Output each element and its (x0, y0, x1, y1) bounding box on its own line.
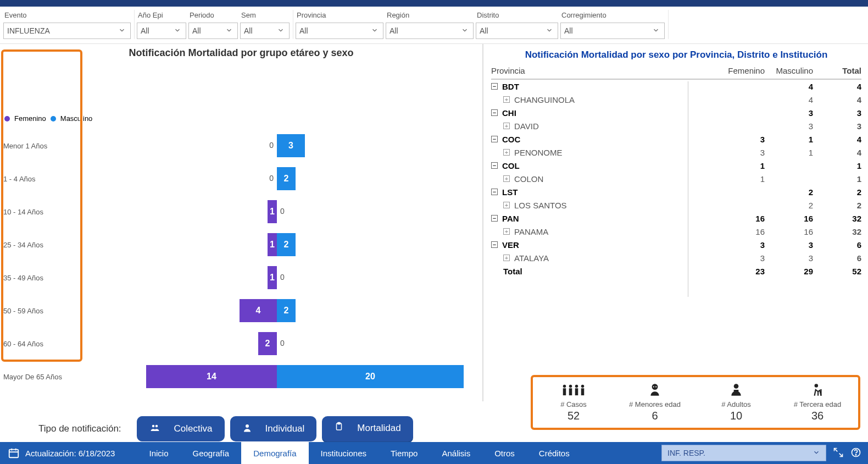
table-header-row: Provincia Femenino Masculino Total (491, 66, 861, 80)
kpi-adultos: # Adultos 10 (695, 377, 777, 428)
table-cell-name: −CHI (491, 108, 716, 118)
tab-creditos[interactable]: Créditos (527, 442, 582, 464)
expand-icon[interactable]: + (503, 255, 510, 261)
tab-tiempo[interactable]: Tiempo (379, 442, 430, 464)
bar-masculino[interactable]: 20 (277, 365, 464, 388)
table-title: Notificación Mortalidad por sexo por Pro… (491, 49, 861, 60)
table-cell-total: 4 (813, 95, 861, 104)
svg-point-11 (581, 385, 585, 388)
chevron-down-icon (813, 449, 820, 458)
table-cell-total: 2 (813, 201, 861, 210)
svg-rect-12 (581, 388, 585, 395)
table-row: +PENONOME314 (491, 146, 861, 159)
table-cell-name: −PAN (491, 214, 716, 223)
table-cell-name: +PANAMA (503, 227, 716, 236)
tab-otros[interactable]: Otros (482, 442, 527, 464)
bar-masculino[interactable]: 2 (277, 299, 296, 322)
pill-mortalidad[interactable]: Mortalidad (322, 416, 413, 441)
chart-category-label: 1 - 4 Años (3, 175, 36, 183)
table-cell-masculino: 2 (765, 201, 813, 210)
filter-distrito[interactable]: All (476, 23, 558, 39)
svg-point-0 (152, 424, 154, 427)
table-cell-masculino: 2 (765, 187, 813, 197)
filter-periodo[interactable]: All (188, 23, 238, 39)
collapse-icon[interactable]: − (491, 162, 498, 169)
bar-masculino[interactable]: 2 (277, 167, 296, 190)
bar-femenino[interactable]: 4 (240, 299, 277, 322)
chart-panel: Notificación Mortalidad por grupo etáreo… (0, 44, 483, 401)
table-cell-femenino: 23 (716, 267, 765, 276)
expand-icon[interactable]: + (503, 149, 510, 156)
table-column-divider (688, 81, 688, 297)
person-icon (242, 423, 252, 435)
notification-type-label: Tipo de notificación: (38, 423, 121, 434)
kpi-casos-value: 52 (567, 410, 580, 422)
th-total: Total (813, 66, 861, 75)
table-cell-total: 3 (813, 108, 861, 118)
tab-analisis[interactable]: Análisis (430, 442, 482, 464)
help-icon[interactable] (850, 447, 861, 460)
footer-dropdown[interactable]: INF. RESP. (661, 445, 826, 461)
filter-corregimiento[interactable]: All (560, 23, 665, 39)
table-row: +COLON11 (491, 172, 861, 185)
filter-region[interactable]: All (386, 23, 474, 39)
filter-sem[interactable]: All (240, 23, 290, 39)
chevron-down-icon (174, 26, 182, 36)
svg-rect-17 (734, 390, 739, 391)
chart-row: 50 - 59 Años42 (0, 296, 478, 325)
collapse-icon[interactable]: − (491, 189, 498, 195)
collapse-icon[interactable]: − (491, 136, 498, 142)
pill-individual-label: Individual (265, 423, 305, 434)
filter-label-ano: Año Epi (138, 11, 183, 19)
maximize-icon[interactable] (833, 447, 844, 460)
collapse-icon[interactable]: − (491, 109, 498, 116)
expand-icon[interactable]: + (503, 202, 510, 208)
table-cell-total: 4 (813, 135, 861, 144)
svg-point-16 (734, 384, 739, 389)
mortality-table: Provincia Femenino Masculino Total −BDT4… (491, 66, 861, 278)
table-cell-name: −COL (491, 161, 716, 170)
collapse-icon[interactable]: − (491, 83, 498, 90)
bar-masculino[interactable]: 3 (277, 134, 305, 157)
expand-icon[interactable]: + (503, 123, 510, 129)
table-cell-name: Total (491, 267, 716, 276)
bar-femenino[interactable]: 1 (268, 233, 277, 256)
adult-icon (729, 383, 743, 399)
table-cell-femenino: 3 (716, 253, 765, 263)
filter-provincia[interactable]: All (296, 23, 383, 39)
group-icon (149, 423, 161, 435)
bar-femenino[interactable]: 1 (268, 266, 277, 289)
bar-femenino[interactable]: 2 (258, 332, 277, 355)
filter-evento[interactable]: INFLUENZA (3, 23, 131, 39)
tab-instituciones[interactable]: Instituciones (309, 442, 379, 464)
kpi-menores-label: # Menores edad (629, 400, 681, 408)
pill-colectiva[interactable]: Colectiva (137, 416, 225, 441)
svg-line-25 (839, 453, 843, 456)
people-icon (561, 383, 586, 399)
expand-icon[interactable]: + (503, 96, 510, 103)
chart-category-label: Mayor De 65 Años (3, 373, 62, 381)
bar-femenino[interactable]: 14 (146, 365, 277, 388)
table-cell-total: 3 (813, 121, 861, 131)
tab-inicio[interactable]: Inicio (137, 442, 180, 464)
table-row: +CHANGUINOLA44 (491, 93, 861, 106)
main-content: Notificación Mortalidad por grupo etáreo… (0, 44, 868, 401)
collapse-icon[interactable]: − (491, 215, 498, 222)
table-row: +LOS SANTOS22 (491, 198, 861, 212)
pill-individual[interactable]: Individual (230, 416, 317, 441)
tab-geografia[interactable]: Geografía (181, 442, 242, 464)
kpi-adultos-label: # Adultos (721, 400, 751, 408)
svg-point-27 (855, 454, 856, 455)
bar-femenino-zero: 0 (269, 174, 274, 183)
collapse-icon[interactable]: − (491, 241, 498, 248)
tab-demografia[interactable]: Demografía (241, 442, 308, 464)
filter-ano[interactable]: All (137, 23, 186, 39)
bar-masculino[interactable]: 2 (277, 233, 296, 256)
expand-icon[interactable]: + (503, 228, 510, 235)
table-cell-total: 52 (813, 267, 861, 276)
chart-row: Mayor De 65 Años1420 (0, 362, 478, 391)
expand-icon[interactable]: + (503, 175, 510, 182)
row-name: VER (502, 240, 519, 250)
update-date: 6/18/2023 (79, 449, 115, 458)
bar-femenino[interactable]: 1 (268, 200, 277, 223)
